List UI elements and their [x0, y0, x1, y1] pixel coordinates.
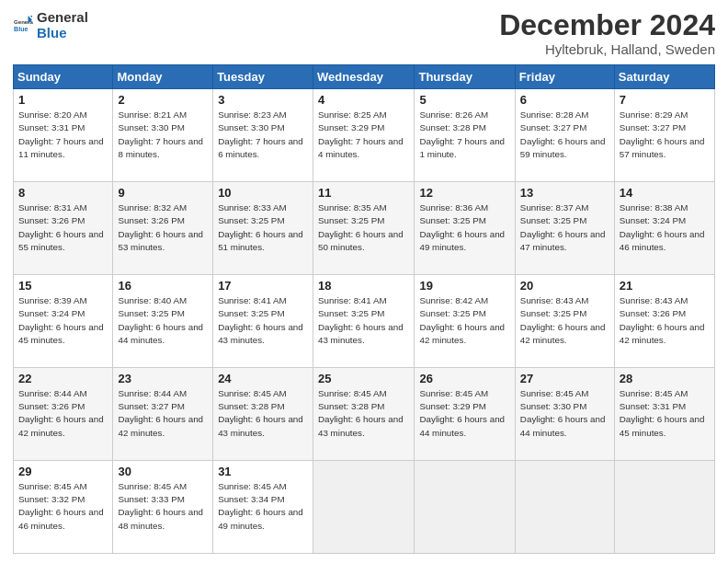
calendar-cell: 19 Sunrise: 8:42 AM Sunset: 3:25 PM Dayl…	[415, 275, 515, 368]
calendar-cell: 1 Sunrise: 8:20 AM Sunset: 3:31 PM Dayli…	[14, 89, 113, 182]
day-detail: Sunrise: 8:29 AM Sunset: 3:27 PM Dayligh…	[620, 109, 710, 161]
calendar-cell: 2 Sunrise: 8:21 AM Sunset: 3:30 PM Dayli…	[113, 89, 213, 182]
calendar-cell: 5 Sunrise: 8:26 AM Sunset: 3:28 PM Dayli…	[415, 89, 515, 182]
calendar-cell: 9 Sunrise: 8:32 AM Sunset: 3:26 PM Dayli…	[113, 182, 213, 275]
day-number: 9	[118, 186, 208, 200]
day-detail: Sunrise: 8:28 AM Sunset: 3:27 PM Dayligh…	[520, 109, 609, 161]
day-detail: Sunrise: 8:32 AM Sunset: 3:26 PM Dayligh…	[118, 201, 208, 254]
svg-text:Blue: Blue	[14, 26, 28, 33]
calendar-week-2: 8 Sunrise: 8:31 AM Sunset: 3:26 PM Dayli…	[14, 182, 715, 275]
calendar-header-friday: Friday	[515, 65, 614, 89]
day-detail: Sunrise: 8:35 AM Sunset: 3:25 PM Dayligh…	[318, 201, 409, 254]
page: General Blue General Blue December 2024 …	[0, 0, 728, 563]
calendar-cell: 25 Sunrise: 8:45 AM Sunset: 3:28 PM Dayl…	[313, 368, 415, 461]
logo-general: General	[37, 9, 88, 25]
calendar-cell: 7 Sunrise: 8:29 AM Sunset: 3:27 PM Dayli…	[614, 89, 714, 182]
calendar-week-3: 15 Sunrise: 8:39 AM Sunset: 3:24 PM Dayl…	[14, 275, 715, 368]
calendar-cell: 28 Sunrise: 8:45 AM Sunset: 3:31 PM Dayl…	[614, 368, 714, 461]
calendar-cell	[515, 461, 614, 554]
day-number: 15	[18, 279, 108, 293]
day-detail: Sunrise: 8:45 AM Sunset: 3:30 PM Dayligh…	[520, 387, 609, 440]
calendar-cell: 23 Sunrise: 8:44 AM Sunset: 3:27 PM Dayl…	[113, 368, 213, 461]
day-detail: Sunrise: 8:43 AM Sunset: 3:26 PM Dayligh…	[620, 294, 710, 347]
calendar-header-sunday: Sunday	[14, 65, 113, 89]
day-number: 23	[118, 372, 208, 385]
calendar-header-row: SundayMondayTuesdayWednesdayThursdayFrid…	[14, 65, 715, 89]
calendar-cell	[313, 461, 415, 554]
day-number: 27	[520, 372, 609, 385]
day-number: 26	[419, 372, 509, 385]
header: General Blue General Blue December 2024 …	[13, 9, 715, 57]
calendar-cell: 31 Sunrise: 8:45 AM Sunset: 3:34 PM Dayl…	[213, 461, 313, 554]
day-number: 16	[118, 279, 208, 293]
calendar-cell: 29 Sunrise: 8:45 AM Sunset: 3:32 PM Dayl…	[14, 461, 113, 554]
day-number: 7	[620, 93, 710, 107]
calendar-cell: 24 Sunrise: 8:45 AM Sunset: 3:28 PM Dayl…	[213, 368, 313, 461]
day-number: 24	[218, 372, 308, 385]
calendar-cell: 14 Sunrise: 8:38 AM Sunset: 3:24 PM Dayl…	[614, 182, 714, 275]
day-detail: Sunrise: 8:31 AM Sunset: 3:26 PM Dayligh…	[18, 201, 108, 254]
day-number: 19	[419, 279, 509, 293]
day-detail: Sunrise: 8:33 AM Sunset: 3:25 PM Dayligh…	[218, 201, 308, 254]
calendar-cell: 6 Sunrise: 8:28 AM Sunset: 3:27 PM Dayli…	[515, 89, 614, 182]
calendar-cell: 22 Sunrise: 8:44 AM Sunset: 3:26 PM Dayl…	[14, 368, 113, 461]
logo-icon: General Blue	[13, 15, 33, 35]
calendar-header-thursday: Thursday	[415, 65, 515, 89]
day-detail: Sunrise: 8:21 AM Sunset: 3:30 PM Dayligh…	[118, 109, 208, 161]
day-number: 8	[18, 186, 108, 200]
day-number: 18	[318, 279, 409, 293]
calendar-cell: 20 Sunrise: 8:43 AM Sunset: 3:25 PM Dayl…	[515, 275, 614, 368]
calendar-cell: 8 Sunrise: 8:31 AM Sunset: 3:26 PM Dayli…	[14, 182, 113, 275]
day-number: 6	[520, 93, 609, 107]
logo-blue: Blue	[37, 25, 88, 40]
calendar-cell: 15 Sunrise: 8:39 AM Sunset: 3:24 PM Dayl…	[14, 275, 113, 368]
day-detail: Sunrise: 8:40 AM Sunset: 3:25 PM Dayligh…	[118, 294, 208, 347]
day-detail: Sunrise: 8:45 AM Sunset: 3:28 PM Dayligh…	[318, 387, 409, 440]
day-number: 3	[218, 93, 308, 107]
day-detail: Sunrise: 8:45 AM Sunset: 3:33 PM Dayligh…	[118, 480, 208, 533]
day-detail: Sunrise: 8:39 AM Sunset: 3:24 PM Dayligh…	[18, 294, 108, 347]
calendar-cell: 10 Sunrise: 8:33 AM Sunset: 3:25 PM Dayl…	[213, 182, 313, 275]
day-detail: Sunrise: 8:45 AM Sunset: 3:31 PM Dayligh…	[620, 387, 710, 440]
day-number: 29	[18, 465, 108, 478]
day-number: 30	[118, 465, 208, 478]
calendar-header-wednesday: Wednesday	[313, 65, 415, 89]
day-number: 22	[18, 372, 108, 385]
month-title: December 2024	[499, 9, 715, 41]
day-number: 11	[318, 186, 409, 200]
day-number: 4	[318, 93, 409, 107]
day-number: 20	[520, 279, 609, 293]
calendar-cell: 16 Sunrise: 8:40 AM Sunset: 3:25 PM Dayl…	[113, 275, 213, 368]
calendar-cell: 17 Sunrise: 8:41 AM Sunset: 3:25 PM Dayl…	[213, 275, 313, 368]
day-detail: Sunrise: 8:44 AM Sunset: 3:27 PM Dayligh…	[118, 387, 208, 440]
day-number: 31	[218, 465, 308, 478]
day-number: 28	[620, 372, 710, 385]
calendar-cell: 18 Sunrise: 8:41 AM Sunset: 3:25 PM Dayl…	[313, 275, 415, 368]
day-number: 2	[118, 93, 208, 107]
day-number: 5	[419, 93, 509, 107]
day-detail: Sunrise: 8:37 AM Sunset: 3:25 PM Dayligh…	[520, 201, 609, 254]
calendar-cell: 27 Sunrise: 8:45 AM Sunset: 3:30 PM Dayl…	[515, 368, 614, 461]
day-detail: Sunrise: 8:43 AM Sunset: 3:25 PM Dayligh…	[520, 294, 609, 347]
day-number: 25	[318, 372, 409, 385]
day-detail: Sunrise: 8:41 AM Sunset: 3:25 PM Dayligh…	[218, 294, 308, 347]
calendar-cell: 12 Sunrise: 8:36 AM Sunset: 3:25 PM Dayl…	[415, 182, 515, 275]
calendar-header-tuesday: Tuesday	[213, 65, 313, 89]
day-number: 14	[620, 186, 710, 200]
day-detail: Sunrise: 8:45 AM Sunset: 3:29 PM Dayligh…	[419, 387, 509, 440]
calendar-header-monday: Monday	[113, 65, 213, 89]
day-number: 1	[18, 93, 108, 107]
day-detail: Sunrise: 8:23 AM Sunset: 3:30 PM Dayligh…	[218, 109, 308, 161]
calendar-week-5: 29 Sunrise: 8:45 AM Sunset: 3:32 PM Dayl…	[14, 461, 715, 554]
location: Hyltebruk, Halland, Sweden	[499, 41, 715, 57]
day-detail: Sunrise: 8:26 AM Sunset: 3:28 PM Dayligh…	[419, 109, 509, 161]
calendar-cell: 30 Sunrise: 8:45 AM Sunset: 3:33 PM Dayl…	[113, 461, 213, 554]
calendar-cell	[415, 461, 515, 554]
calendar-cell: 26 Sunrise: 8:45 AM Sunset: 3:29 PM Dayl…	[415, 368, 515, 461]
calendar-cell: 3 Sunrise: 8:23 AM Sunset: 3:30 PM Dayli…	[213, 89, 313, 182]
calendar-cell: 13 Sunrise: 8:37 AM Sunset: 3:25 PM Dayl…	[515, 182, 614, 275]
day-number: 12	[419, 186, 509, 200]
day-number: 21	[620, 279, 710, 293]
day-detail: Sunrise: 8:44 AM Sunset: 3:26 PM Dayligh…	[18, 387, 108, 440]
calendar-table: SundayMondayTuesdayWednesdayThursdayFrid…	[13, 64, 715, 554]
